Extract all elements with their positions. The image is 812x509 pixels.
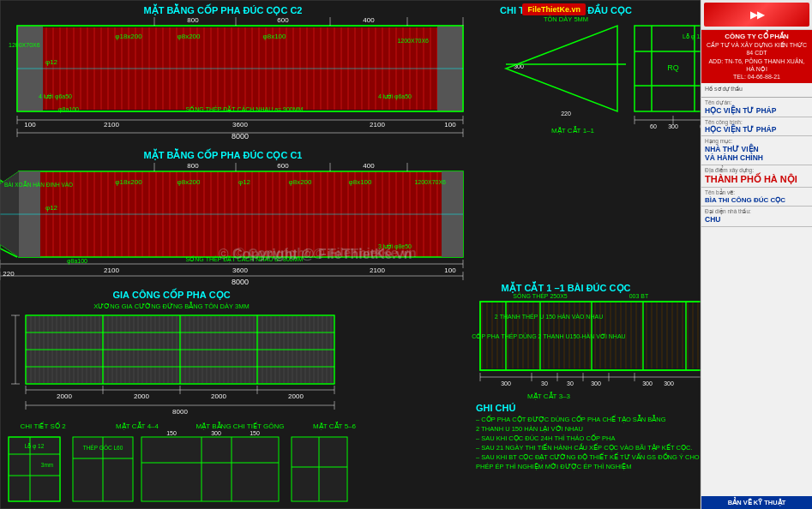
field6-value: CHU	[705, 215, 809, 224]
logo-image: ▶▶	[704, 3, 809, 27]
bottom-label: BẢN VẼ KỸ THUẬT	[728, 499, 786, 506]
ftk-badge: FileThietKe.vn	[522, 3, 586, 15]
sidebar-logo: ▶▶	[701, 0, 812, 30]
sidebar-field-project: Tên dự án: HỌC VIỆN TƯ PHÁP	[701, 98, 812, 117]
company-sub: CẦP TƯ VÀ XÂY DỰNG KIẾN THỨC 84 CDT	[705, 41, 809, 57]
sidebar-field-cong-trinh: Tên công trình: HỌC VIỆN TƯ PHÁP	[701, 117, 812, 136]
field4-value: THÀNH PHỐ HÀ NỘI	[705, 174, 809, 185]
logo-icon: ▶▶	[750, 9, 764, 21]
sidebar-bottom: BẢN VẼ KỸ THUẬT	[701, 496, 812, 509]
field6-label: Đại diện nhà thầu:	[705, 208, 809, 215]
sidebar-company: CÔNG TY CỔ PHẦN CẦP TƯ VÀ XÂY DỰNG KIẾN …	[701, 30, 812, 83]
sidebar-field-hang-muc: Hạng mục: NHÀ THƯ VIỆNVÀ HÀNH CHÍNH	[701, 136, 812, 165]
sidebar-field-ten-ban-ve: Tên bản vẽ: BÌA THI CÔNG ĐÚC CỌC	[701, 188, 812, 207]
field1-value: HỌC VIỆN TƯ PHÁP	[705, 106, 809, 115]
drawing-area: © Copyright @ FileThietKe.vn FileThietKe…	[0, 0, 701, 509]
sidebar: ▶▶ CÔNG TY CỔ PHẦN CẦP TƯ VÀ XÂY DỰNG KI…	[701, 0, 812, 509]
field4-label: Địa điểm xây dựng:	[705, 167, 809, 174]
field2-value: HỌC VIỆN TƯ PHÁP	[705, 125, 809, 134]
cad-canvas	[0, 0, 701, 509]
company-name: CÔNG TY CỔ PHẦN	[705, 33, 809, 41]
ftk-badge-text: FileThietKe.vn	[527, 5, 580, 14]
company-tel: TEL: 04-66-88-21	[705, 73, 809, 81]
company-address: ADD: TN-T6, PÔNG THANH XUÂN, HÀ NỘI	[705, 57, 809, 73]
sidebar-field-dai-dien: Đại diện nhà thầu: CHU	[701, 207, 812, 226]
field1-label: Tên dự án:	[705, 99, 809, 106]
field3-value: NHÀ THƯ VIỆNVÀ HÀNH CHÍNH	[705, 145, 809, 162]
sidebar-field-dia-diem: Địa điểm xây dựng: THÀNH PHỐ HÀ NỘI	[701, 165, 812, 188]
main-container: © Copyright @ FileThietKe.vn FileThietKe…	[0, 0, 812, 509]
field2-label: Tên công trình:	[705, 119, 809, 125]
sidebar-section-ho-so: Hồ sơ dự thầu	[701, 83, 812, 98]
field5-label: Tên bản vẽ:	[705, 189, 809, 196]
field5-value: BÌA THI CÔNG ĐÚC CỌC	[705, 196, 809, 205]
